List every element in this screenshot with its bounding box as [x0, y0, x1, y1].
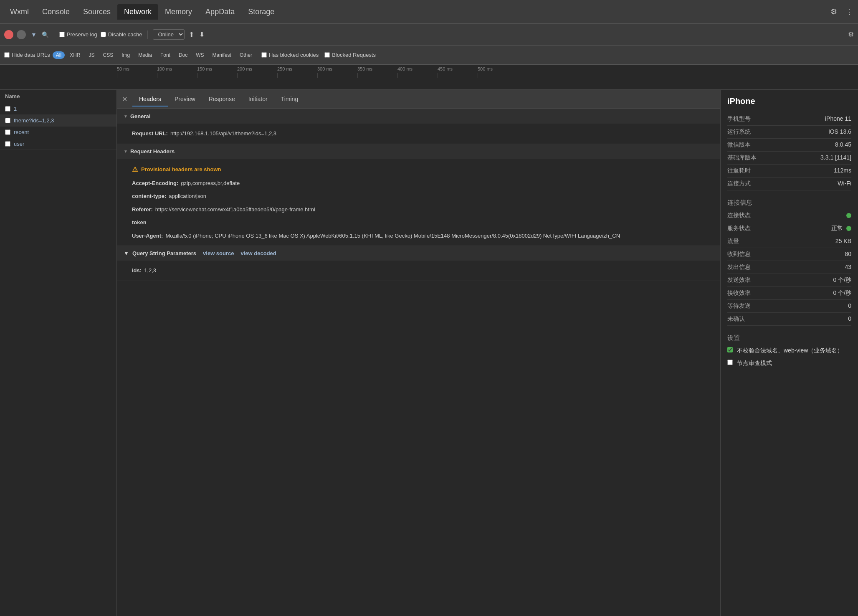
preserve-log-label[interactable]: Preserve log — [59, 31, 97, 38]
disable-cache-label[interactable]: Disable cache — [101, 31, 142, 38]
filter-tag-font[interactable]: Font — [157, 51, 174, 59]
file-checkbox[interactable] — [5, 106, 10, 112]
info-label: 未确认 — [727, 315, 745, 323]
info-label: 连接状态 — [727, 212, 751, 219]
tab-console[interactable]: Console — [35, 4, 76, 20]
filter-tag-img[interactable]: Img — [118, 51, 133, 59]
header-value: application/json — [169, 192, 206, 200]
general-section-header[interactable]: ▼ General — [117, 109, 720, 124]
header-row: Referer: https://servicewechat.com/wx4f1… — [117, 203, 720, 216]
tab-appdata[interactable]: AppData — [199, 4, 241, 20]
header-name: Accept-Encoding: — [132, 179, 178, 188]
network-throttle-select[interactable]: Online — [153, 29, 185, 40]
filter-tag-all[interactable]: All — [53, 51, 65, 59]
separator — [54, 30, 54, 39]
filter-tag-other[interactable]: Other — [236, 51, 256, 59]
query-param-name: ids: — [132, 266, 142, 275]
filter-tag-xhr[interactable]: XHR — [66, 51, 84, 59]
info-value: 0 个/秒 — [833, 289, 851, 297]
settings-title: 设置 — [727, 334, 851, 342]
tab-wxml[interactable]: Wxml — [3, 4, 35, 20]
file-checkbox[interactable] — [5, 129, 10, 135]
info-label: 运行系统 — [727, 128, 751, 136]
close-detail-button[interactable]: ✕ — [120, 94, 129, 105]
node-audit-checkbox[interactable] — [727, 360, 733, 365]
settings-icon[interactable]: ⚙ — [829, 5, 839, 18]
filter-tag-ws[interactable]: WS — [192, 51, 207, 59]
info-label: 服务状态 — [727, 225, 751, 232]
warning-icon: ⚠ — [132, 165, 138, 173]
settings-item-1: 不校验合法域名、web-view（业务域名） — [727, 347, 851, 355]
tab-response[interactable]: Response — [202, 92, 242, 106]
info-value: 0 个/秒 — [833, 276, 851, 284]
blocked-requests-checkbox[interactable] — [324, 52, 330, 58]
general-section-body: Request URL: http://192.168.1.105/api/v1… — [117, 124, 720, 144]
download-button[interactable]: ⬇ — [198, 30, 205, 39]
info-label: 往返耗时 — [727, 167, 751, 175]
preserve-log-checkbox[interactable] — [59, 32, 65, 37]
tab-memory[interactable]: Memory — [158, 4, 199, 20]
tick-100ms: 100 ms — [157, 66, 172, 71]
info-value-row: 正常 — [831, 225, 851, 232]
has-blocked-cookies-label[interactable]: Has blocked cookies — [261, 52, 319, 58]
tick-300ms: 300 ms — [317, 66, 332, 71]
tab-initiator[interactable]: Initiator — [242, 92, 274, 106]
detail-content: ▼ General Request URL: http://192.168.1.… — [117, 109, 720, 616]
list-item[interactable]: user — [0, 138, 116, 150]
info-label: 发出信息 — [727, 264, 751, 271]
query-section-body: ids: 1,2,3 — [117, 261, 720, 281]
query-section-header[interactable]: ▼ Query String Parameters view source vi… — [117, 246, 720, 261]
tab-storage[interactable]: Storage — [241, 4, 281, 20]
tab-network[interactable]: Network — [117, 4, 158, 20]
list-item[interactable]: theme?ids=1,2,3 — [0, 115, 116, 127]
query-param-value: 1,2,3 — [144, 266, 156, 275]
query-links: view source view decoded — [203, 250, 276, 256]
filter-tag-manifest[interactable]: Manifest — [209, 51, 235, 59]
query-string-title: Query String Parameters — [132, 250, 196, 256]
query-string-section: ▼ Query String Parameters view source vi… — [117, 246, 720, 281]
file-checkbox[interactable] — [5, 118, 10, 123]
filter-icon[interactable]: ▼ — [29, 30, 38, 39]
collapse-arrow: ▼ — [124, 149, 128, 154]
filter-tag-doc[interactable]: Doc — [175, 51, 191, 59]
info-value: 0 — [848, 302, 851, 310]
file-list-header: Name — [0, 90, 116, 103]
request-headers-section: ▼ Request Headers ⚠ Provisional headers … — [117, 144, 720, 246]
file-checkbox[interactable] — [5, 141, 10, 147]
has-blocked-cookies-checkbox[interactable] — [261, 52, 267, 58]
general-section: ▼ General Request URL: http://192.168.1.… — [117, 109, 720, 144]
tab-timing[interactable]: Timing — [274, 92, 305, 106]
filter-tag-js[interactable]: JS — [85, 51, 98, 59]
list-item[interactable]: recent — [0, 127, 116, 138]
view-decoded-link[interactable]: view decoded — [241, 250, 276, 256]
request-headers-header[interactable]: ▼ Request Headers — [117, 144, 720, 159]
more-icon[interactable]: ⋮ — [844, 5, 855, 18]
info-row: 运行系统 iOS 13.6 — [727, 126, 851, 139]
info-row: 发出信息 43 — [727, 261, 851, 274]
collapse-arrow: ▼ — [124, 114, 128, 119]
request-headers-body: ⚠ Provisional headers are shown Accept-E… — [117, 159, 720, 246]
collapse-arrow: ▼ — [124, 250, 129, 256]
hide-data-urls-label[interactable]: Hide data URLs — [4, 52, 50, 58]
tab-sources[interactable]: Sources — [76, 4, 117, 20]
header-row: Accept-Encoding: gzip,compress,br,deflat… — [117, 177, 720, 190]
no-validate-domain-checkbox[interactable] — [727, 347, 733, 352]
list-item[interactable]: 1 — [0, 103, 116, 115]
disable-cache-checkbox[interactable] — [101, 32, 106, 37]
tab-headers[interactable]: Headers — [132, 92, 168, 106]
hide-data-urls-checkbox[interactable] — [4, 52, 10, 58]
upload-button[interactable]: ⬆ — [188, 30, 195, 39]
filter-tag-media[interactable]: Media — [135, 51, 155, 59]
tab-preview[interactable]: Preview — [168, 92, 202, 106]
record-button[interactable] — [4, 30, 13, 39]
view-source-link[interactable]: view source — [203, 250, 234, 256]
service-status-dot — [846, 226, 851, 231]
toolbar-settings-button[interactable]: ⚙ — [848, 30, 854, 38]
search-icon[interactable]: 🔍 — [42, 31, 49, 38]
header-name: content-type: — [132, 192, 166, 200]
info-value: 3.3.1 [1141] — [820, 154, 851, 162]
filter-tag-css[interactable]: CSS — [99, 51, 116, 59]
header-name: Referer: — [132, 205, 153, 214]
stop-button[interactable] — [17, 30, 26, 39]
filter-bar: Hide data URLs All XHR JS CSS Img Media … — [0, 46, 858, 65]
